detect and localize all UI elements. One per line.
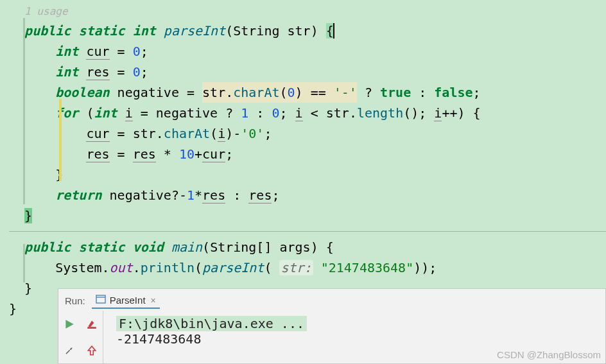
close-brace: } xyxy=(24,208,32,223)
run-label: Run: xyxy=(65,295,85,306)
var-res: res xyxy=(86,64,109,80)
gutter-guide-2 xyxy=(23,244,25,282)
var-negative: negative xyxy=(117,85,179,100)
inlay-hint: str: xyxy=(279,260,313,275)
stop-edit-icon xyxy=(86,318,98,330)
kw-static: static xyxy=(78,23,125,39)
run-toolbar xyxy=(58,311,103,363)
wrench-button[interactable] xyxy=(58,337,81,363)
gutter-guide-1 xyxy=(23,18,25,204)
run-command: F:\jdk8\bin\java.exe ... xyxy=(116,316,307,331)
run-config-tab[interactable]: ParseInt × xyxy=(92,293,160,309)
run-output[interactable]: F:\jdk8\bin\java.exe ... -2147483648 xyxy=(112,313,605,361)
window-icon xyxy=(96,294,106,306)
var-cur: cur xyxy=(86,44,109,60)
run-panel: Run: ParseInt × F:\jdk8\bin\java.exe ...… xyxy=(58,288,606,364)
run-tab-name: ParseInt xyxy=(110,295,146,306)
caret-cursor xyxy=(333,23,334,39)
svg-marker-4 xyxy=(88,320,94,327)
wrench-icon xyxy=(64,345,75,356)
usage-hint: 1 usage xyxy=(24,5,67,17)
kw-public: public xyxy=(24,23,71,39)
kw-int: int xyxy=(133,23,156,39)
run-header: Run: ParseInt × xyxy=(58,289,605,309)
close-icon[interactable]: × xyxy=(151,295,156,306)
change-marker xyxy=(59,99,62,181)
arg-string: "2147483648" xyxy=(321,260,414,275)
param-type: String xyxy=(233,23,279,39)
highlighted-expr: str.charAt(0) == '-' xyxy=(202,82,357,103)
param-name: str xyxy=(288,23,311,39)
svg-marker-2 xyxy=(66,320,74,329)
stop-edit-button[interactable] xyxy=(81,311,103,337)
run-output-line: -2147483648 xyxy=(116,331,602,347)
method-name-main: main xyxy=(171,239,202,255)
up-arrow-button[interactable] xyxy=(81,337,103,363)
play-button[interactable] xyxy=(58,311,81,337)
var-i: i xyxy=(125,105,133,121)
play-icon xyxy=(64,318,75,330)
method-name-parseInt: parseInt xyxy=(164,23,225,39)
svg-rect-0 xyxy=(96,295,105,303)
code-editor[interactable]: 1 usage public static int parseInt(Strin… xyxy=(0,0,606,319)
method-separator xyxy=(9,231,606,232)
up-arrow-icon xyxy=(86,345,98,356)
